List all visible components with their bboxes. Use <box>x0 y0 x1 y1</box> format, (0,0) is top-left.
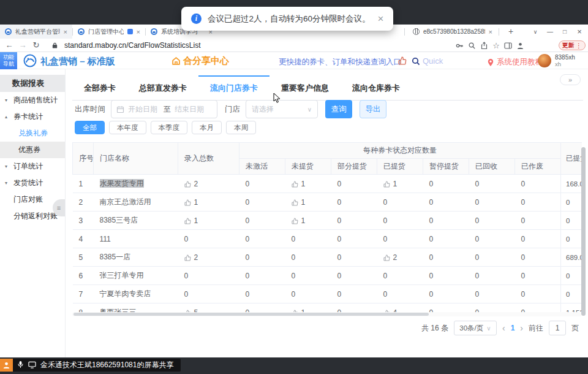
table-cell-status: 0 <box>331 248 377 267</box>
key-icon[interactable] <box>456 42 464 50</box>
thumb-up-icon <box>184 199 191 206</box>
tutorial-link[interactable]: 系统使用教程 <box>487 57 543 67</box>
quick-filter-button[interactable]: 本周 <box>226 121 256 134</box>
profile-icon[interactable] <box>516 42 524 50</box>
quick-filter-button[interactable]: 本月 <box>192 121 222 134</box>
user-sub-name: xh <box>555 61 575 67</box>
new-tab-button[interactable]: + <box>505 26 517 38</box>
table-row[interactable]: 8粤西张三三501040001,152 <box>73 303 582 313</box>
expand-arrow-icon[interactable]: ▾ <box>5 175 7 191</box>
table-row[interactable]: 58385一店20002000689.0 <box>73 248 582 267</box>
lock-icon[interactable] <box>51 42 58 49</box>
window-minimize-icon[interactable]: — <box>543 28 557 35</box>
tab-close-icon[interactable]: × <box>64 28 67 36</box>
col-header-store: 门店名称 <box>94 143 178 175</box>
table-cell-status: 0 <box>285 230 331 248</box>
sidebar-item[interactable]: ▴券卡统计 <box>0 109 65 125</box>
expand-arrow-icon[interactable]: ▴ <box>5 109 7 125</box>
thumb-up-icon <box>292 181 298 188</box>
table-row[interactable]: 7宁夏羊肉专卖店000000000 <box>73 285 582 303</box>
browser-tab-overflow[interactable]: e8c573980b1328a258fd2e6 × <box>408 25 497 39</box>
content-tab[interactable]: 全部券卡 <box>72 75 127 100</box>
bookmark-star-icon[interactable]: ☆ <box>492 42 500 50</box>
thumb-up-icon <box>292 199 298 206</box>
quick-filter-button[interactable]: 本季度 <box>151 121 188 134</box>
status-col-header: 已提货 <box>377 159 423 175</box>
panel-collapse-button[interactable]: » <box>560 74 581 85</box>
current-page[interactable]: 1 <box>511 324 515 332</box>
horizontal-scrollbar-thumb[interactable] <box>74 313 429 316</box>
table-cell-status: 0 <box>285 267 331 285</box>
url-text[interactable]: standard.maboy.cn/CardFlowStatisticsList <box>64 41 201 50</box>
horizontal-scrollbar[interactable] <box>72 312 582 316</box>
export-button[interactable]: 导出 <box>360 100 386 118</box>
content-tab[interactable]: 总部直发券卡 <box>127 75 198 100</box>
sidebar-item[interactable]: 优惠券 <box>0 142 65 158</box>
browser-tab[interactable]: 门店管理中心× <box>73 25 145 39</box>
toast-close-icon[interactable]: × <box>378 13 384 24</box>
sidebar-item[interactable]: 兑换礼券 <box>0 125 65 142</box>
table-row[interactable]: 2南京王总激活用101000000 <box>73 193 582 212</box>
table-cell-status: 0 <box>515 212 561 230</box>
favicon-icon <box>78 28 85 35</box>
table-cell-status: 0 <box>239 193 285 212</box>
sidebar-item[interactable]: ▾商品销售统计 <box>0 92 65 109</box>
quick-filter-button[interactable]: 全部 <box>75 121 105 134</box>
expand-arrow-icon[interactable]: ▾ <box>5 92 7 109</box>
reload-icon[interactable]: ↻ <box>29 40 43 50</box>
table-row[interactable]: 4111000000000 <box>73 230 582 248</box>
expand-arrow-icon[interactable]: ▾ <box>5 158 7 175</box>
tab-close-icon[interactable]: × <box>489 28 492 36</box>
goto-page-input[interactable] <box>549 321 566 335</box>
browser-update-button[interactable]: 更新 ⋮ <box>559 40 586 50</box>
vertical-scrollbar[interactable] <box>581 69 586 357</box>
quick-entry-text[interactable]: 更快捷的券卡、订单和快递查询入口 <box>279 57 401 67</box>
store-name: 南京王总激活用 <box>100 197 151 206</box>
search-button[interactable]: 查询 <box>325 100 352 118</box>
vertical-scrollbar-thumb[interactable] <box>581 147 586 316</box>
content-tab[interactable]: 流向仓库券卡 <box>341 75 412 100</box>
table-cell-no: 8 <box>73 303 94 313</box>
thumb-up-icon <box>383 181 390 188</box>
table-cell-amount: 689.0 <box>561 248 582 267</box>
back-icon[interactable]: ← <box>2 40 16 50</box>
date-range-picker[interactable]: 至 <box>111 100 217 118</box>
kebab-menu-icon[interactable]: ⋮ <box>576 42 582 49</box>
end-date-input[interactable] <box>175 105 206 113</box>
store-select[interactable]: 请选择 ∨ <box>246 100 318 118</box>
quick-filter-button[interactable]: 本年度 <box>109 121 146 134</box>
window-menu-icon[interactable]: ∨ <box>528 29 543 35</box>
page-size-select[interactable]: 30条/页 ∨ <box>454 321 497 335</box>
share-icon[interactable] <box>480 42 488 50</box>
prev-page-icon[interactable]: ‹ <box>502 323 505 333</box>
quick-filter-group: 全部本年度本季度本月本周 <box>75 121 256 134</box>
sidebar-item[interactable]: ▾订单统计 <box>0 158 65 175</box>
zoom-icon[interactable] <box>468 42 476 50</box>
sidebar-item-label: 兑换礼券 <box>0 125 65 142</box>
presenter-icon <box>0 359 13 372</box>
table-row[interactable]: 38385三号店101000000 <box>73 212 582 230</box>
table-cell-no: 2 <box>73 193 94 212</box>
table-row[interactable]: 1水果发货专用20101000168.0 <box>73 175 582 193</box>
next-page-icon[interactable]: › <box>520 323 523 333</box>
browser-tab[interactable]: 礼盒营销平台管理中心× <box>0 25 72 39</box>
table-cell-status: 0 <box>377 267 423 285</box>
table-row[interactable]: 6张三打单专用000000000 <box>73 267 582 285</box>
store-select-placeholder: 请选择 <box>252 104 274 115</box>
function-nav-toggle[interactable]: 功能导航 <box>0 52 17 69</box>
content-tab[interactable]: 流向门店券卡 <box>198 75 270 100</box>
sidebar-item[interactable]: ▾发货统计 <box>0 175 65 191</box>
start-date-input[interactable] <box>128 105 160 113</box>
tab-close-icon[interactable]: × <box>137 28 140 36</box>
quick-search[interactable]: Quick <box>412 56 443 66</box>
table-cell-store: 张三打单专用 <box>94 267 178 285</box>
window-maximize-icon[interactable]: □ <box>557 28 572 35</box>
pin-icon <box>487 58 494 67</box>
user-avatar[interactable] <box>538 54 551 67</box>
side-panel-icon[interactable] <box>504 42 512 50</box>
forward-icon[interactable]: → <box>16 40 29 50</box>
share-center-link[interactable]: 合分享中心 <box>172 55 229 67</box>
table-cell-status: 0 <box>423 248 469 267</box>
sidebar-collapse-handle[interactable]: ≡ <box>53 199 65 216</box>
window-close-icon[interactable]: × <box>572 27 587 36</box>
